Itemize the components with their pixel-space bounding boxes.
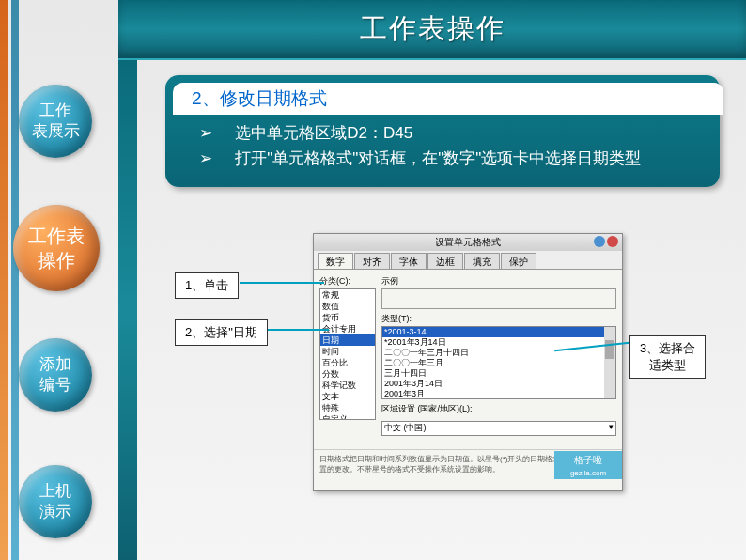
tab-border[interactable]: 边框 [427,253,463,269]
type-label: 类型(T): [381,313,616,325]
bullet-text: 打开"单元格格式"对话框，在"数字"选项卡中选择日期类型 [235,149,641,167]
callout-text: 1、单击 [185,278,228,292]
section-title: 2、修改日期格式 [173,83,723,115]
format-cells-dialog: 设置单元格格式 数字 对齐 字体 边框 填充 保护 分类(C): 常规 数值 货… [313,233,623,491]
sidebar-item-label: 上机 演示 [39,481,71,522]
tab-align[interactable]: 对齐 [354,253,390,269]
decor-stripe-orange [0,0,8,560]
list-item[interactable]: 特殊 [320,402,375,413]
list-item[interactable]: 常规 [320,289,375,301]
tab-protect[interactable]: 保护 [501,253,536,269]
bullet-arrow-icon: ➢ [199,123,222,143]
sample-label: 示例 [381,275,616,288]
connector-line [240,282,324,284]
sidebar-item-add-number[interactable]: 添加 编号 [19,338,92,412]
list-item[interactable]: 2001年3月14日 [382,379,615,389]
header-bar: 工作表操作 [118,0,746,60]
list-item[interactable]: 科学记数 [320,380,375,391]
locale-label: 区域设置 (国家/地区)(L): [381,403,616,415]
sidebar-item-worksheet-ops[interactable]: 工作表 操作 [13,205,100,291]
list-item[interactable]: 自定义 [320,413,375,420]
decor-stripe-blue [11,0,19,560]
list-item[interactable]: 三月十四日 [382,368,615,379]
dialog-body: 分类(C): 常规 数值 货币 会计专用 日期 时间 百分比 分数 科学记数 文… [314,270,622,442]
list-item[interactable]: 数值 [320,301,375,312]
callout-text: 2、选择"日期 [185,325,257,339]
locale-value: 中文 (中国) [384,423,427,432]
callout-select-type: 3、选择合 适类型 [629,335,706,379]
bullet-arrow-icon: ➢ [199,148,222,168]
list-item-selected[interactable]: *2001-3-14 [382,327,615,337]
list-item[interactable]: 货币 [320,312,375,323]
list-item[interactable]: 时间 [320,346,375,357]
list-item-selected[interactable]: 日期 [320,334,375,346]
sidebar-item-label: 工作 表展示 [32,101,80,142]
content-body: ➢ 选中单元格区域D2：D45 ➢ 打开"单元格格式"对话框，在"数字"选项卡中… [171,115,714,178]
dialog-title-text: 设置单元格格式 [435,237,501,247]
bullet-item: ➢ 选中单元格区域D2：D45 [199,122,695,144]
watermark-url: gezila.com [570,469,606,477]
category-pane: 分类(C): 常规 数值 货币 会计专用 日期 时间 百分比 分数 科学记数 文… [319,275,376,436]
connector-line [263,329,329,331]
sidebar-item-label: 工作表 操作 [28,224,85,272]
help-icon[interactable] [594,236,605,247]
callout-click: 1、单击 [175,272,239,299]
watermark-name: 格子啦 [574,455,602,465]
category-label: 分类(C): [319,275,376,288]
close-icon[interactable] [607,236,618,247]
callout-select-date: 2、选择"日期 [175,319,268,346]
category-list[interactable]: 常规 数值 货币 会计专用 日期 时间 百分比 分数 科学记数 文本 特殊 自定… [319,288,376,420]
window-buttons [594,236,618,247]
watermark: 格子啦 gezila.com [554,451,622,479]
bullet-text: 选中单元格区域D2：D45 [235,124,412,142]
list-item[interactable]: 二〇〇一年三月十四日 [382,348,615,358]
sidebar-item-demo[interactable]: 上机 演示 [19,465,92,538]
content-panel: 2、修改日期格式 ➢ 选中单元格区域D2：D45 ➢ 打开"单元格格式"对话框，… [165,75,720,187]
content-box: 2、修改日期格式 ➢ 选中单元格区域D2：D45 ➢ 打开"单元格格式"对话框，… [165,75,720,187]
type-list[interactable]: *2001-3-14 *2001年3月14日 二〇〇一年三月十四日 二〇〇一年三… [381,326,616,399]
tab-number[interactable]: 数字 [318,253,353,269]
sidebar-item-label: 添加 编号 [39,354,71,396]
tab-fill[interactable]: 填充 [464,253,500,269]
list-item[interactable]: 百分比 [320,357,375,368]
tab-font[interactable]: 字体 [391,253,427,269]
locale-select[interactable]: 中文 (中国) [381,421,616,436]
scrollbar[interactable] [604,327,615,398]
callout-text: 3、选择合 [640,341,695,355]
list-item[interactable]: 二〇〇一年三月 [382,358,615,368]
sidebar-item-worksheet-show[interactable]: 工作 表展示 [19,85,92,158]
right-pane: 示例 类型(T): *2001-3-14 *2001年3月14日 二〇〇一年三月… [381,275,616,436]
callout-text: 适类型 [649,358,686,372]
bullet-item: ➢ 打开"单元格格式"对话框，在"数字"选项卡中选择日期类型 [199,148,695,169]
list-item[interactable]: 2001年3月 [382,389,615,399]
sample-box [381,288,616,309]
dialog-illustration: 1、单击 2、选择"日期 3、选择合 适类型 设置单元格格式 数字 对齐 字体 … [160,226,740,536]
dialog-titlebar: 设置单元格格式 [314,234,622,251]
page-title: 工作表操作 [360,10,505,48]
decor-stripe-teal [118,60,137,560]
dialog-tabs: 数字 对齐 字体 边框 填充 保护 [314,251,622,270]
dialog-footer: 日期格式把日期和时间系列数值显示为日期值。以星号(*)开头的日期格式响应操作系统… [314,449,622,490]
list-item[interactable]: 分数 [320,368,375,380]
list-item[interactable]: 文本 [320,391,375,402]
